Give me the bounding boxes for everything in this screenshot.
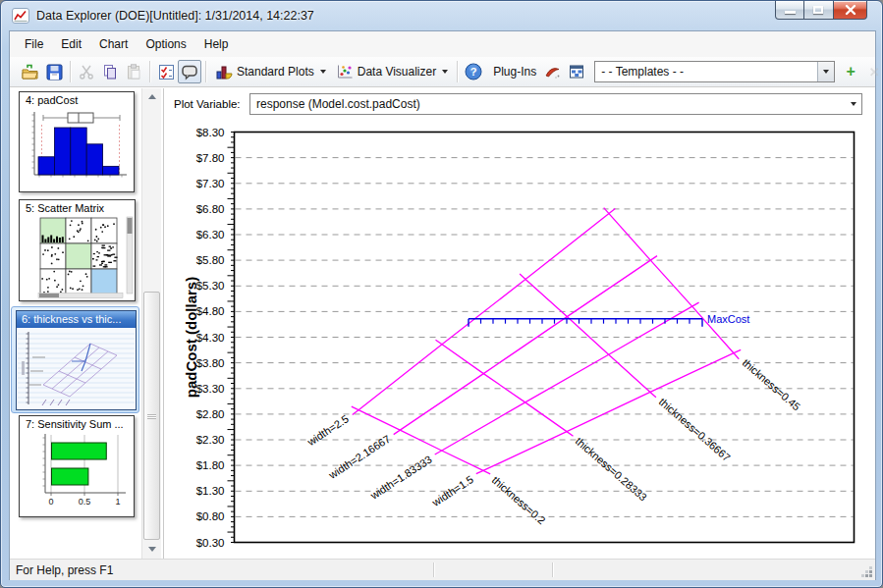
plugin-grid-button[interactable] [565,60,588,83]
grid-window-icon [569,64,584,80]
comment-bubble-button[interactable] [178,60,201,83]
svg-text:?: ? [470,66,477,78]
status-divider [552,562,553,577]
status-divider [433,562,434,577]
combo-dropdown-button[interactable] [817,62,834,81]
carpet-plot-preview [17,328,136,409]
thumbnail-padcost[interactable]: 4: padCost [19,91,135,192]
scroll-down-button[interactable] [144,542,160,557]
scissors-icon [79,64,94,80]
data-visualizer-button[interactable]: Data Visualizer [331,61,453,82]
y-tick-label: $6.30 [196,229,225,241]
maximize-button[interactable] [804,1,833,20]
plot-variable-combobox[interactable]: response (Model.cost.padCost) [249,93,862,115]
sidebar-scrollbar[interactable] [141,88,161,559]
menu-options[interactable]: Options [137,33,194,55]
add-template-button[interactable]: + [839,60,862,83]
close-icon [834,1,868,20]
comment-bubble-icon [181,64,198,80]
status-text: For Help, press F1 [16,563,113,577]
y-tick-label: $7.30 [196,178,225,189]
y-tick-label: $2.80 [196,408,225,420]
templates-value: - - Templates - - [595,65,817,79]
menu-chart[interactable]: Chart [90,33,137,55]
paste-button[interactable] [122,60,145,83]
checklist-button[interactable] [154,60,178,83]
toolbar-separator [457,61,458,82]
plot-variable-label: Plot Variable: [174,98,241,110]
app-icon [12,8,29,24]
save-button[interactable] [42,60,66,83]
chevron-down-icon [823,70,829,74]
minimize-button[interactable] [775,1,804,20]
scroll-thumb[interactable] [143,292,160,540]
toolbar: Standard Plots Data Visualizer ? [10,57,875,87]
carpet-width-label: width=1.5 [429,473,475,508]
y-tick-label: $7.80 [196,152,225,164]
carpet-thickness-label: thickness=0.2 [490,474,548,526]
menu-edit[interactable]: Edit [52,33,90,55]
carpet-plot-chart: $8.30$7.80$7.30$6.80$6.30$5.80$5.30$4.80… [168,119,865,556]
checklist-icon [158,64,175,80]
carpet-width-label: width=1.83333 [367,454,434,503]
arrow-down-icon [148,547,156,552]
toolbar-separator [149,61,150,82]
svg-text:0.5: 0.5 [79,497,91,507]
combo-dropdown-button[interactable] [845,94,861,114]
resize-grip-icon[interactable] [859,564,873,578]
copy-icon [102,64,118,80]
delete-template-button[interactable]: ✕ [862,60,883,83]
copy-button[interactable] [98,60,122,83]
y-tick-label: $3.80 [196,357,225,369]
plugin-flag-button[interactable] [541,60,565,83]
carpet-line [604,208,740,359]
maximize-icon [813,6,823,14]
y-tick-label: $6.80 [196,203,225,215]
thumbnail-sensitivity[interactable]: 7: Sensitivity Sum ... 00.51 [19,415,135,517]
thumbnail-thickness-selected[interactable]: 6: thickness vs thic... [11,306,139,413]
paste-icon [126,64,141,80]
templates-combobox[interactable]: - - Templates - - [594,61,835,82]
data-visualizer-icon [336,64,354,80]
data-visualizer-label: Data Visualizer [358,65,436,79]
padcost-histogram-preview [22,107,134,190]
carpet-line [436,340,574,436]
thumbnail-title: 4: padCost [20,92,134,106]
thumbnail-title: 5: Scatter Matrix [20,200,135,214]
y-tick-label: $2.30 [196,434,225,446]
menu-file[interactable]: File [16,33,52,55]
scatter-matrix-preview [22,214,134,298]
maxcost-label: MaxCost [707,313,749,325]
window-title: Data Explorer (DOE)[Untitled]: 1/31/2014… [36,9,314,23]
y-tick-label: $0.30 [196,537,225,549]
red-swoosh-icon [544,64,562,80]
y-axis-title: padCost (dollars) [183,277,199,398]
titlebar: Data Explorer (DOE)[Untitled]: 1/31/2014… [1,1,882,30]
close-button[interactable] [833,1,867,20]
help-button[interactable]: ? [462,60,485,83]
menu-help[interactable]: Help [195,33,238,55]
y-tick-label: $8.30 [196,127,225,138]
scroll-up-button[interactable] [144,89,160,104]
carpet-line [476,349,741,473]
thumbnail-title: 6: thickness vs thic... [17,311,136,328]
plugins-label: Plug-Ins [485,62,541,81]
help-icon: ? [465,63,482,80]
cut-button[interactable] [75,60,98,83]
open-file-button[interactable] [19,60,42,83]
chevron-down-icon [442,70,448,74]
standard-plots-button[interactable]: Standard Plots [210,61,331,82]
thumbnail-scatter-matrix[interactable]: 5: Scatter Matrix [19,199,136,301]
toolbar-separator [70,61,71,82]
y-tick-label: $5.30 [196,280,225,292]
app-window: Data Explorer (DOE)[Untitled]: 1/31/2014… [0,0,883,588]
plot-variable-value: response (Model.cost.padCost) [250,97,845,111]
minimize-icon [785,11,796,14]
standard-plots-label: Standard Plots [237,65,314,79]
carpet-thickness-label: thickness=0.45 [741,356,802,412]
carpet-thickness-label: thickness=0.36667 [657,396,733,463]
thumbnail-title: 7: Sensitivity Sum ... [20,416,134,430]
y-tick-label: $4.30 [196,332,225,344]
menu-bar: File Edit Chart Options Help [10,31,875,57]
window-controls [775,1,867,20]
